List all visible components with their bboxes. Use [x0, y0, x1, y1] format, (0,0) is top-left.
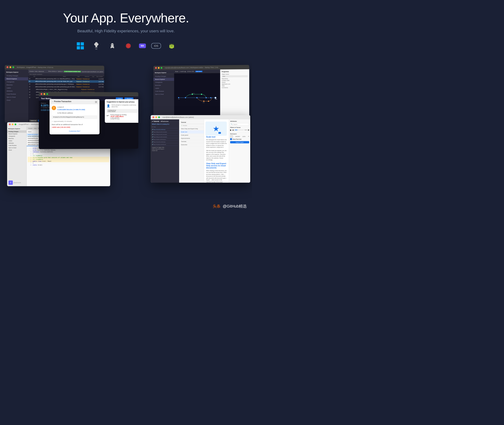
search-icon: 🔍: [231, 124, 233, 125]
fr-status: Replaced / Checked-out: [81, 89, 103, 90]
ls-attr[interactable]: Attributes: [7, 142, 27, 144]
close-dot-r: [155, 67, 157, 69]
svg-point-26: [196, 97, 198, 99]
min-wallet: [44, 93, 45, 95]
code-panel: ... using Avalonia.Utilities; ... using …: [27, 146, 110, 167]
prop-total: Total:: [222, 85, 248, 86]
svg-point-13: [128, 47, 129, 48]
sidebar-changesets[interactable]: Changesets: [5, 80, 28, 84]
ls-cs[interactable]: Changesets: [7, 135, 27, 137]
ti-tutorials[interactable]: Tutorials: [179, 140, 204, 143]
fr-check: ☑: [29, 94, 36, 96]
toolbar-advanced: Advanced: [38, 71, 44, 72]
svg-point-23: [178, 97, 179, 98]
svg-rect-0: [77, 42, 80, 46]
privacy-card: Suggestions to improve your privacy 👤 So…: [105, 99, 138, 123]
lt-undo: Undo: [33, 128, 37, 129]
ls-br[interactable]: Branches: [7, 137, 27, 140]
fr-size: 12.47 KB: [97, 81, 103, 82]
svg-point-20: [172, 46, 172, 46]
popup-header: ← Preview Transaction ✕: [50, 99, 99, 104]
svg-rect-3: [81, 46, 84, 49]
sidebar-cloud[interactable]: Cloud: [5, 99, 28, 102]
wn-link-7[interactable]: 🔗 https://lunatics.icons8.com: [152, 143, 178, 146]
ls-cloud[interactable]: Cloud: [7, 149, 27, 151]
popup-title: ← Preview Transaction: [52, 100, 71, 102]
fr-name: differentSize/after-photoshop-and-after-…: [35, 86, 76, 87]
ti-scale[interactable]: Scale tool: [179, 130, 204, 134]
date-badge[interactable]: date macro: [195, 71, 202, 72]
fr-name: differentSize/after-photoshop-and-photos…: [35, 83, 76, 85]
fr-name: differentSize/after-photoshop-BIG-111-58…: [35, 78, 76, 80]
sidebar-labels[interactable]: Labels: [5, 86, 28, 89]
privacy-usd: (≈8 669.75 USD): [110, 119, 127, 120]
right-props: Attributes 🔍 Search Filters & Turner ▶ ⏮…: [229, 120, 250, 183]
popup-close[interactable]: ✕: [94, 100, 97, 103]
ti-improve[interactable]: Improvements: [179, 137, 204, 140]
whatsnew-header: ● Tutorial Whatsnew: [152, 120, 178, 122]
sidebar-br-r[interactable]: Branches: [153, 84, 174, 87]
plus-icon[interactable]: +: [248, 135, 249, 138]
ti-view-only[interactable]: View Only and Export Only: [179, 127, 204, 130]
wn-item-0[interactable]: 8.1: [152, 126, 178, 128]
fr-name: differentSize/Right_1-4der1_SML_Biggerfo…: [36, 88, 81, 90]
color-swatch[interactable]: [230, 135, 233, 138]
app-support: Support for Apple Silic...: [152, 147, 178, 148]
grid-checkbox[interactable]: [230, 138, 232, 140]
ls-cr[interactable]: Code Reviews: [7, 144, 27, 146]
play-btn[interactable]: ▶: [230, 129, 232, 131]
linux-icon: [107, 40, 118, 51]
fr-status: Replaced / Checked-out: [76, 86, 97, 87]
ls-lb[interactable]: Labels: [7, 140, 27, 142]
svg-point-6: [113, 44, 113, 45]
tutorial-content: ★ ↔ Scale tool We redesigned the Scale f…: [204, 120, 229, 183]
privacy-item-2: ↩ Avoid Change by sending: ≈6.87 USD Mor…: [107, 114, 138, 120]
sidebar-cr-r[interactable]: Code Reviews: [153, 90, 174, 93]
sidebar-attrs[interactable]: Attributes: [5, 90, 28, 93]
wn-link-txt-2: 🔗 https://blog.icons8.com/artid...: [152, 131, 168, 133]
export-btn[interactable]: Export Project: [230, 141, 249, 143]
sidebar-cs-r[interactable]: Changesets: [153, 81, 174, 84]
sidebar-pending[interactable]: Pending Changes: [5, 74, 28, 78]
wn-link-6[interactable]: 🔗 https://icons8.com/lunacy: [152, 141, 178, 143]
back-btn[interactable]: ⏮: [232, 129, 234, 131]
ti-code[interactable]: Code panel: [179, 134, 204, 137]
sidebar-code-reviews[interactable]: Code Reviews: [5, 93, 28, 96]
ls-pending[interactable]: Pending Changes: [7, 130, 27, 133]
ls-sync[interactable]: Sync to Cloud: [7, 146, 27, 149]
ti-subscribe[interactable]: Subscribe: [179, 143, 204, 146]
toolbar-checkin: Checkin: [29, 71, 34, 72]
ls-header: Workspace Explorer: [7, 127, 27, 130]
customize-btn[interactable]: Customize this?: [52, 130, 97, 133]
fr-size: 11.16 KB: [97, 78, 103, 80]
search-box[interactable]: 🔍 Search: [230, 123, 249, 126]
sidebar-s-r[interactable]: Sync to Cloud: [153, 93, 174, 96]
cl-5: 3 /// <summary>: [28, 155, 109, 157]
wn-link-5[interactable]: 🔗 https://twitter.com/lunacya...: [152, 138, 178, 141]
tb-reset: Reset: [175, 71, 179, 72]
th-check: ✓: [29, 76, 33, 77]
progress-fill: [235, 130, 238, 130]
sidebar-branches[interactable]: Branches: [5, 83, 28, 86]
update-badge[interactable]: 1 new changeset available ↑View: [64, 71, 81, 72]
sidebar-lb-r[interactable]: Labels: [153, 87, 174, 90]
toolbar-options: Show shelves ▾: [48, 71, 57, 72]
fr-size: 12.47 KB: [97, 84, 103, 85]
svg-point-31: [210, 97, 212, 99]
light-sidebar: Workspace Explorer Pending Changes Branc…: [7, 126, 27, 186]
wn-link-2[interactable]: 🔗 https://blog.icons8.com/artid...: [152, 131, 178, 133]
wn-link-4[interactable]: 🔗 https://blog.icons8.com/artid...: [152, 136, 178, 138]
wn-link-3[interactable]: 🔗 https://blog.icons8.com/artid...: [152, 133, 178, 136]
titlebar-label: Workspace - ImageDiffTool - Startup time…: [17, 66, 53, 68]
sidebar-sync[interactable]: Sync to Cloud: [5, 96, 28, 99]
ti-header[interactable]: Header: [179, 124, 204, 127]
select-all-btn[interactable]: Select all: [29, 120, 37, 122]
wn-link-1[interactable]: 🔗 https://icons8.com/lunacy: [152, 128, 178, 131]
workspace-section: Workspace: [230, 132, 249, 134]
sidebar-branch[interactable]: Branch Explorer: [5, 77, 28, 80]
sidebar-branch-r[interactable]: Branch Explorer: [153, 78, 174, 81]
ls-branch[interactable]: Branch Explorer: [7, 133, 27, 135]
sidebar-pending-r[interactable]: Pending Changes: [153, 75, 174, 78]
wasm-icon: WA: [139, 44, 146, 48]
wallet-title-text: Test Wallet: [41, 97, 51, 100]
